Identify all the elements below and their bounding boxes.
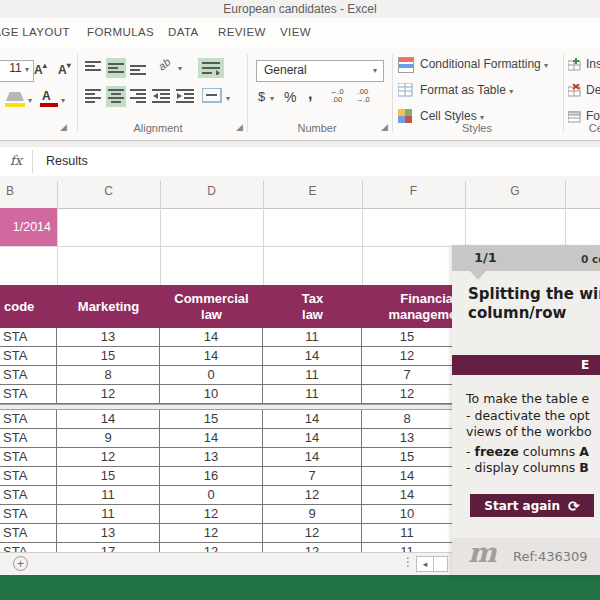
cell-styles-button[interactable]: Cell Styles ▾ <box>420 109 484 123</box>
format-as-table-icon[interactable] <box>398 83 413 101</box>
tab-data[interactable]: DATA <box>168 26 199 38</box>
decrease-indent-icon[interactable] <box>152 89 170 108</box>
font-size-caret-icon: ▾ <box>25 65 29 74</box>
start-again-button[interactable]: Start again ⟳ <box>470 494 594 517</box>
status-bar <box>0 575 600 600</box>
tab-strip-resize-handle[interactable]: ⋮ <box>402 555 414 569</box>
currency-caret-icon[interactable]: ▾ <box>270 94 274 103</box>
insert-cells-button[interactable]: Insert <box>586 57 600 71</box>
delete-cells-icon[interactable] <box>568 83 581 101</box>
step-counter: 1/1 <box>474 250 497 265</box>
number-format-select[interactable]: General ▾ <box>256 60 384 82</box>
shrink-font-button[interactable]: A▾ <box>58 61 71 77</box>
window-title: European candidates - Excel <box>0 2 600 16</box>
tutorial-panel: 1/1 0 co Splitting the win column/row E … <box>452 245 600 575</box>
tab-view[interactable]: VIEW <box>280 26 311 38</box>
align-right-icon[interactable] <box>130 89 146 108</box>
table-row: STA1112910 <box>0 505 452 524</box>
merge-caret-icon[interactable]: ▾ <box>226 94 230 103</box>
title-bar: European candidates - Excel <box>0 0 600 18</box>
column-header-d[interactable]: D <box>160 184 263 198</box>
column-header-g[interactable]: G <box>465 184 565 198</box>
restart-icon: ⟳ <box>568 498 580 514</box>
tutorial-panel-footer: m Ref:436309 <box>452 538 600 575</box>
table-header-commercial-law[interactable]: Commerciallaw <box>160 285 263 328</box>
ribbon-tab-row: PAGE LAYOUT FORMULAS DATA REVIEW VIEW <box>0 18 600 48</box>
fill-color-icon[interactable] <box>6 92 24 101</box>
new-sheet-button[interactable]: + <box>13 556 28 571</box>
table-header-tax-law[interactable]: Taxlaw <box>263 285 362 328</box>
exercise-section-bar: E <box>452 355 600 375</box>
panel-pointer <box>470 271 486 280</box>
insert-cells-icon[interactable] <box>568 57 581 75</box>
scroll-left-button[interactable]: ◂ <box>416 556 434 572</box>
align-center-icon[interactable] <box>106 86 126 107</box>
number-group-label: Number <box>252 122 382 134</box>
tab-formulas[interactable]: FORMULAS <box>87 26 154 38</box>
merge-center-icon[interactable] <box>202 88 222 107</box>
conditional-formatting-button[interactable]: Conditional Formatting ▾ <box>420 57 548 71</box>
ribbon: 11 ▾ A▴ A▾ ▾ A ▾ ◢ ab ▾ ▾ Alignment ◢ Ge… <box>0 48 600 141</box>
grow-font-button[interactable]: A▴ <box>34 61 47 77</box>
fill-color-swatch[interactable] <box>5 103 25 107</box>
alignment-dialog-launcher[interactable]: ◢ <box>236 122 243 132</box>
currency-button[interactable]: $ <box>258 89 265 104</box>
table-row: STA13121211 <box>0 524 452 543</box>
orientation-caret-icon[interactable]: ▾ <box>178 64 182 73</box>
font-size-box[interactable]: 11 ▾ <box>0 60 34 82</box>
align-top-icon[interactable] <box>85 61 101 79</box>
increase-indent-icon[interactable] <box>176 89 194 108</box>
increase-decimal-button[interactable]: ←.0 .00 <box>330 88 344 104</box>
styles-group-label: Styles <box>396 122 558 134</box>
table-header-marketing[interactable]: Marketing <box>57 285 160 328</box>
font-color-caret-icon[interactable]: ▾ <box>61 96 65 105</box>
formula-bar: fx Results <box>0 147 600 177</box>
percent-style-button[interactable]: % <box>284 89 296 105</box>
align-bottom-icon[interactable] <box>130 61 146 79</box>
font-color-swatch[interactable] <box>40 103 58 107</box>
cells-group-label: Cells <box>566 122 600 134</box>
align-middle-icon[interactable] <box>106 58 126 78</box>
font-color-button[interactable]: A <box>42 89 51 103</box>
column-header-e[interactable]: E <box>263 184 362 198</box>
table-row: STA12101112 <box>0 385 452 404</box>
results-table: STA13141115 STA15141412 STA80117 STA1210… <box>0 328 452 552</box>
table-row: STA1415148 <box>0 410 452 429</box>
date-cell[interactable]: 1/2014 <box>0 208 57 246</box>
table-row: STA80117 <box>0 366 452 385</box>
delete-cells-button[interactable]: Delete <box>586 83 600 97</box>
tutorial-panel-header: 1/1 0 co <box>452 245 600 271</box>
column-header-row: B C D E F G <box>0 176 600 209</box>
insert-function-icon[interactable]: fx <box>10 153 22 168</box>
table-row: STA13141115 <box>0 328 452 347</box>
tab-review[interactable]: REVIEW <box>218 26 266 38</box>
conditional-formatting-icon[interactable] <box>398 57 414 73</box>
orientation-icon[interactable]: ab <box>156 55 173 72</box>
tab-page-layout[interactable]: PAGE LAYOUT <box>0 26 70 38</box>
excel-window: European candidates - Excel PAGE LAYOUT … <box>0 0 600 600</box>
wrap-text-icon[interactable] <box>198 58 224 78</box>
comma-style-button[interactable]: , <box>308 85 312 103</box>
table-header-financial-management[interactable]: Financialmanagement <box>362 285 452 328</box>
table-header-row: code Marketing Commerciallaw Taxlaw Fina… <box>0 285 452 328</box>
number-dialog-launcher[interactable]: ◢ <box>381 122 388 132</box>
table-row: STA15141412 <box>0 347 452 366</box>
format-as-table-button[interactable]: Format as Table ▾ <box>420 83 513 97</box>
table-row: STA9141413 <box>0 429 452 448</box>
table-header-code[interactable]: code <box>0 285 57 328</box>
align-left-icon[interactable] <box>85 89 101 108</box>
font-dialog-launcher[interactable]: ◢ <box>60 122 67 132</box>
tutorial-title: Splitting the win column/row <box>468 285 600 323</box>
column-header-f[interactable]: F <box>362 184 465 198</box>
decrease-decimal-button[interactable]: .00 →.0 <box>356 88 370 104</box>
column-header-c[interactable]: C <box>57 184 160 198</box>
fill-color-caret-icon[interactable]: ▾ <box>28 96 32 105</box>
table-row: STA17121211 <box>0 543 452 552</box>
alignment-group-label: Alignment <box>84 122 232 134</box>
formula-bar-value[interactable]: Results <box>46 154 88 168</box>
format-cells-button[interactable]: Format <box>586 109 600 123</box>
brand-logo: m <box>468 537 497 568</box>
horizontal-scrollbar[interactable] <box>433 556 448 572</box>
column-header-b[interactable]: B <box>0 184 20 198</box>
score-label: 0 co <box>581 253 600 265</box>
